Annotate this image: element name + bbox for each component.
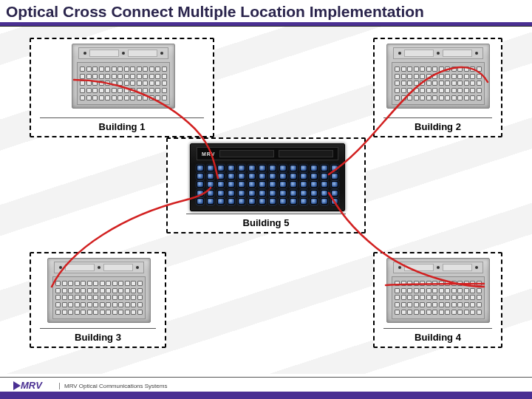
building-3-switch (47, 258, 151, 323)
switch-port-grid (77, 62, 170, 105)
switch-port-grid (52, 276, 146, 319)
switch-top-panel (393, 262, 483, 273)
footer-accent-strip (0, 392, 532, 399)
building-4-box: Building 4 (373, 252, 502, 348)
footer-tagline: MRV Optical Communications Systems (59, 383, 167, 389)
switch-port-grid (392, 62, 485, 105)
building-2-box: Building 2 (373, 38, 502, 137)
building-4-switch (386, 258, 490, 323)
central-top-panel: MRV (197, 147, 338, 160)
diagram-stage: Building 1 Building 2 MRV Building 5 (0, 27, 532, 374)
building-5-box: MRV Building 5 (166, 137, 366, 233)
building-3-label: Building 3 (75, 332, 121, 343)
building-5-label: Building 5 (243, 217, 290, 228)
building-2-switch (386, 44, 490, 109)
switch-port-grid (392, 276, 485, 319)
logo-triangle-icon (13, 381, 21, 390)
footer-bar: MRV MRV Optical Communications Systems (0, 377, 532, 399)
building-1-switch (72, 44, 175, 109)
building-4-label: Building 4 (415, 332, 461, 343)
building-1-box: Building 1 (30, 38, 214, 137)
switch-top-panel (393, 47, 483, 59)
switch-top-panel (54, 262, 144, 273)
device-brand-label: MRV (202, 151, 215, 157)
footer-logo: MRV (13, 380, 42, 391)
switch-top-panel (78, 47, 168, 59)
building-2-label: Building 2 (415, 121, 461, 132)
building-1-label: Building 1 (99, 121, 146, 132)
building-3-box: Building 3 (30, 252, 166, 348)
central-port-grid (197, 163, 338, 206)
footer-brand: MRV (21, 380, 42, 391)
slide-title: Optical Cross Connect Multiple Location … (0, 0, 532, 22)
central-cross-connect: MRV (190, 143, 345, 211)
